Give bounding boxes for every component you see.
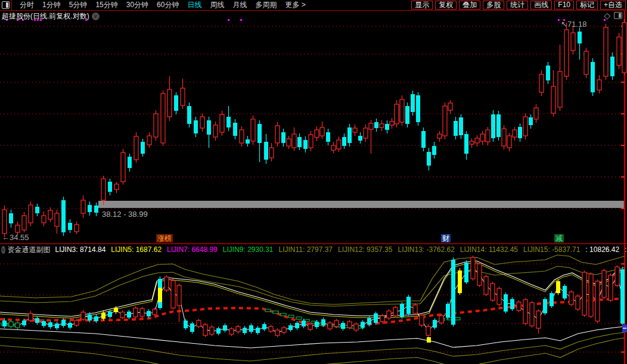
candle	[240, 126, 244, 147]
candle	[174, 92, 178, 114]
candle	[615, 265, 619, 287]
candle	[374, 312, 378, 325]
candle	[120, 310, 125, 319]
candle	[550, 291, 554, 308]
indicator-value-8: LIJIN15: -5837.71	[523, 245, 580, 254]
candle-body	[421, 131, 426, 148]
candle-body	[251, 119, 255, 141]
candle	[61, 197, 66, 236]
candle	[194, 117, 198, 137]
candle-body	[321, 319, 325, 325]
candle-body	[303, 140, 308, 149]
candle-body	[491, 114, 495, 138]
candle	[94, 203, 98, 216]
candle-body	[470, 141, 474, 144]
candle-body	[220, 114, 224, 132]
candle-body	[101, 179, 105, 200]
indicator-value-4: LIJIN11: 2797.37	[279, 245, 333, 254]
candle	[269, 143, 274, 161]
candle	[153, 307, 157, 316]
candle	[364, 125, 368, 142]
green-dash	[455, 318, 460, 320]
indicator-value-3: LIJIN9: 2930.31	[223, 245, 274, 254]
candle-body	[29, 313, 33, 321]
candle-body	[374, 122, 378, 128]
candle	[563, 284, 567, 300]
candle-body	[446, 304, 450, 318]
candle	[154, 110, 158, 141]
candle-body	[337, 140, 341, 149]
candle	[395, 100, 399, 127]
candle-body	[589, 274, 593, 316]
candle-body	[387, 311, 391, 318]
candle	[220, 111, 224, 136]
candle-body	[604, 27, 608, 76]
candle-body	[393, 307, 398, 316]
candle-body	[615, 267, 619, 285]
candle-body	[459, 117, 463, 135]
green-dash	[273, 311, 278, 313]
candle-body	[114, 308, 118, 312]
candle	[88, 201, 92, 216]
trading-app-window: 分时1分钟5分钟15分钟30分钟60分钟日线周线月线多周期更多 > 显示复权叠加…	[0, 0, 627, 364]
candle-body	[464, 134, 468, 154]
candle	[597, 75, 601, 94]
candle-body	[486, 130, 490, 142]
candle-body	[61, 200, 66, 232]
indicator-chevron-icon[interactable]: ∨	[1, 246, 5, 254]
candle-body	[81, 200, 85, 213]
candle	[416, 92, 420, 126]
candle-body	[295, 323, 299, 328]
candle-body	[15, 225, 20, 232]
candle-body	[108, 182, 112, 192]
candle-body	[269, 148, 274, 158]
candle-body	[380, 124, 384, 127]
green-dash	[265, 309, 271, 312]
candle	[475, 135, 479, 147]
candle	[262, 322, 266, 331]
candle-body	[108, 312, 112, 317]
candle-body	[454, 121, 458, 136]
indicator-value-2: LIJIN7: 6648.99	[167, 245, 218, 254]
candle-body	[264, 142, 268, 160]
candle-body	[564, 30, 569, 76]
lower-band-outer	[0, 338, 625, 364]
candle	[523, 113, 527, 139]
event-marker-dot	[228, 19, 229, 21]
candle-body	[556, 281, 560, 293]
candle-body	[411, 94, 415, 112]
candle	[518, 123, 522, 142]
candle	[569, 290, 573, 306]
candle-body	[496, 114, 501, 137]
candle-body	[282, 328, 286, 332]
candle	[385, 120, 389, 133]
candle	[328, 321, 332, 331]
candle	[471, 256, 475, 281]
chart-tag-1[interactable]: 财	[441, 234, 451, 242]
stock-title: 超捷股份(日线.前复权.对数)	[2, 11, 89, 21]
candle-body	[9, 322, 13, 326]
candle-body	[147, 311, 151, 316]
candle	[282, 326, 286, 334]
candle-body	[507, 136, 511, 148]
candle-body	[128, 157, 132, 168]
candle-body	[475, 138, 479, 143]
candle	[491, 110, 495, 142]
candle-body	[550, 293, 554, 306]
candle	[55, 322, 59, 330]
indicator-name[interactable]: 资金通道副图	[8, 245, 51, 255]
candle	[246, 136, 250, 147]
candle	[536, 309, 541, 334]
chart-tag-2[interactable]: 减	[554, 234, 564, 242]
candle-body	[2, 321, 7, 326]
diamond-icon[interactable]: ◇	[604, 11, 610, 20]
candle	[101, 176, 105, 205]
chart-tag-0[interactable]: 涨榜	[156, 234, 173, 242]
candle	[158, 288, 162, 302]
candle	[213, 122, 218, 141]
candle	[470, 138, 474, 148]
candle	[504, 293, 508, 313]
chevron-down-icon[interactable]: ∨	[92, 13, 100, 20]
panel-toggle-icon[interactable]	[614, 12, 622, 19]
candle-body	[439, 316, 443, 323]
